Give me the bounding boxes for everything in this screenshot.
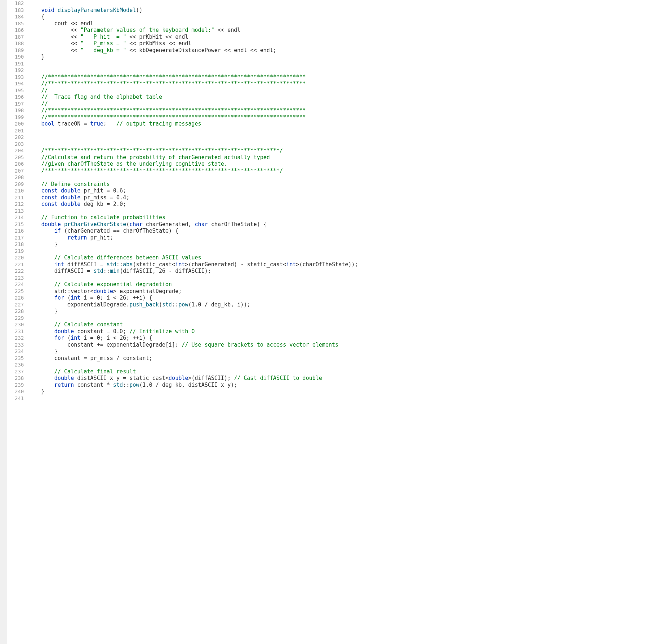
code-line[interactable]: 210 const double pr_hit = 0.6; (7, 187, 661, 194)
line-content[interactable]: return constant * std::pow(1.0 / deg_kb,… (28, 382, 661, 389)
line-content[interactable]: // Calculate differences between ASCII v… (28, 254, 661, 261)
code-line[interactable]: 193 //**********************************… (7, 74, 661, 81)
code-line[interactable]: 225 std::vector<double> exponentialDegra… (7, 288, 661, 295)
code-line[interactable]: 219 (7, 248, 661, 255)
code-line[interactable]: 186 << "Parameter values of the keyboard… (7, 27, 661, 34)
line-content[interactable]: return pr_hit; (28, 234, 661, 241)
line-content[interactable] (28, 248, 661, 255)
line-content[interactable] (28, 395, 661, 402)
line-content[interactable]: /***************************************… (28, 168, 661, 174)
line-content[interactable] (28, 67, 661, 74)
code-line[interactable]: 198 //**********************************… (7, 107, 661, 114)
code-line[interactable]: 232 for (int i = 0; i < 26; ++i) { (7, 335, 661, 342)
line-content[interactable]: << "Parameter values of the keyboard mod… (28, 27, 661, 34)
code-line[interactable]: 212 const double deg_kb = 2.0; (7, 201, 661, 208)
code-line[interactable]: 221 int diffASCII = std::abs(static_cast… (7, 261, 661, 268)
code-line[interactable]: 240 } (7, 388, 661, 395)
code-line[interactable]: 185 cout << endl (7, 20, 661, 27)
code-line[interactable]: 216 if (charGenerated == charOfTheState)… (7, 228, 661, 234)
code-line[interactable]: 241 (7, 395, 661, 402)
line-content[interactable]: int diffASCII = std::abs(static_cast<int… (28, 261, 661, 268)
code-line[interactable]: 226 for (int i = 0; i < 26; ++i) { (7, 295, 661, 301)
code-line[interactable]: 191 (7, 60, 661, 67)
line-content[interactable]: // Calculate final result (28, 368, 661, 375)
code-line[interactable]: 189 << " deg_kb = " << kbDegenerateDista… (7, 47, 661, 54)
code-line[interactable]: 229 (7, 315, 661, 322)
line-content[interactable]: std::vector<double> exponentialDegrade; (28, 288, 661, 295)
code-line[interactable]: 202 (7, 134, 661, 141)
code-line[interactable]: 238 double distASCII_x_y = static_cast<d… (7, 375, 661, 382)
code-line[interactable]: 183 void displayParametersKbModel() (7, 7, 661, 14)
line-content[interactable]: for (int i = 0; i < 26; ++i) { (28, 335, 661, 342)
line-content[interactable]: { (28, 13, 661, 20)
line-content[interactable]: if (charGenerated == charOfTheState) { (28, 228, 661, 234)
line-content[interactable]: << " deg_kb = " << kbDegenerateDistanceP… (28, 47, 661, 54)
code-line[interactable]: 192 (7, 67, 661, 74)
code-line[interactable]: 209 // Define constraints (7, 181, 661, 188)
line-content[interactable]: /***************************************… (28, 147, 661, 154)
line-content[interactable]: constant = pr_miss / constant; (28, 355, 661, 362)
code-editor-viewport[interactable]: 182183 void displayParametersKbModel()18… (7, 0, 661, 644)
line-content[interactable]: // Function to calculate probabilities (28, 214, 661, 221)
line-content[interactable]: //given charOfTheState as the underlying… (28, 161, 661, 168)
code-line[interactable]: 228 } (7, 308, 661, 315)
code-line[interactable]: 196 // Trace flag and the alphabet table (7, 94, 661, 101)
line-content[interactable]: exponentialDegrade.push_back(std::pow(1.… (28, 301, 661, 308)
line-content[interactable]: cout << endl (28, 20, 661, 27)
code-line[interactable]: 211 const double pr_miss = 0.4; (7, 194, 661, 201)
code-line[interactable]: 218 } (7, 241, 661, 248)
code-line[interactable]: 234 } (7, 348, 661, 355)
code-line[interactable]: 231 double constant = 0.0; // Initialize… (7, 328, 661, 335)
line-content[interactable]: const double pr_hit = 0.6; (28, 187, 661, 194)
code-line[interactable]: 239 return constant * std::pow(1.0 / deg… (7, 382, 661, 389)
code-line[interactable]: 214 // Function to calculate probabiliti… (7, 214, 661, 221)
line-content[interactable]: for (int i = 0; i < 26; ++i) { (28, 295, 661, 301)
code-line[interactable]: 205 //Calculate and return the probabili… (7, 154, 661, 161)
line-content[interactable]: // Calculate constant (28, 321, 661, 328)
line-content[interactable] (28, 134, 661, 141)
line-content[interactable]: //**************************************… (28, 114, 661, 121)
code-line[interactable]: 227 exponentialDegrade.push_back(std::po… (7, 301, 661, 308)
code-line[interactable]: 233 constant += exponentialDegrade[i]; /… (7, 342, 661, 348)
code-line[interactable]: 237 // Calculate final result (7, 368, 661, 375)
line-content[interactable]: bool traceON = true; // output tracing m… (28, 120, 661, 127)
code-line[interactable]: 204 /***********************************… (7, 147, 661, 154)
code-line[interactable]: 188 << " P_miss = " << prKbMiss << endl (7, 40, 661, 47)
line-content[interactable]: // Calculate exponential degradation (28, 281, 661, 288)
code-line[interactable]: 184 { (7, 13, 661, 20)
code-line[interactable]: 190 } (7, 54, 661, 60)
code-line[interactable]: 195 // (7, 87, 661, 94)
code-line[interactable]: 235 constant = pr_miss / constant; (7, 355, 661, 362)
line-content[interactable] (28, 141, 661, 148)
line-content[interactable]: } (28, 388, 661, 395)
code-line[interactable]: 206 //given charOfTheState as the underl… (7, 161, 661, 168)
code-line[interactable]: 224 // Calculate exponential degradation (7, 281, 661, 288)
code-line[interactable]: 199 //**********************************… (7, 114, 661, 121)
code-line[interactable]: 194 //**********************************… (7, 80, 661, 87)
code-line[interactable]: 220 // Calculate differences between ASC… (7, 254, 661, 261)
code-line[interactable]: 217 return pr_hit; (7, 234, 661, 241)
code-line[interactable]: 222 diffASCII = std::min(diffASCII, 26 -… (7, 268, 661, 275)
code-line[interactable]: 215 double prCharGiveCharState(char char… (7, 221, 661, 228)
line-content[interactable] (28, 315, 661, 322)
line-content[interactable]: const double pr_miss = 0.4; (28, 194, 661, 201)
line-content[interactable]: constant += exponentialDegrade[i]; // Us… (28, 342, 661, 348)
line-content[interactable]: double prCharGiveCharState(char charGene… (28, 221, 661, 228)
code-line[interactable]: 213 (7, 208, 661, 215)
code-line[interactable]: 203 (7, 141, 661, 148)
line-content[interactable]: // (28, 101, 661, 107)
code-line[interactable]: 197 // (7, 101, 661, 107)
line-content[interactable]: //Calculate and return the probability o… (28, 154, 661, 161)
line-content[interactable]: //**************************************… (28, 80, 661, 87)
code-line[interactable]: 187 << " P_hit = " << prKbHit << endl (7, 34, 661, 41)
line-content[interactable]: //**************************************… (28, 74, 661, 81)
line-content[interactable]: << " P_miss = " << prKbMiss << endl (28, 40, 661, 47)
line-content[interactable]: void displayParametersKbModel() (28, 7, 661, 14)
code-line[interactable]: 236 (7, 361, 661, 368)
code-line[interactable]: 200 bool traceON = true; // output traci… (7, 120, 661, 127)
line-content[interactable]: const double deg_kb = 2.0; (28, 201, 661, 208)
line-content[interactable]: diffASCII = std::min(diffASCII, 26 - dif… (28, 268, 661, 275)
line-content[interactable] (28, 361, 661, 368)
line-content[interactable] (28, 275, 661, 281)
line-content[interactable] (28, 208, 661, 215)
